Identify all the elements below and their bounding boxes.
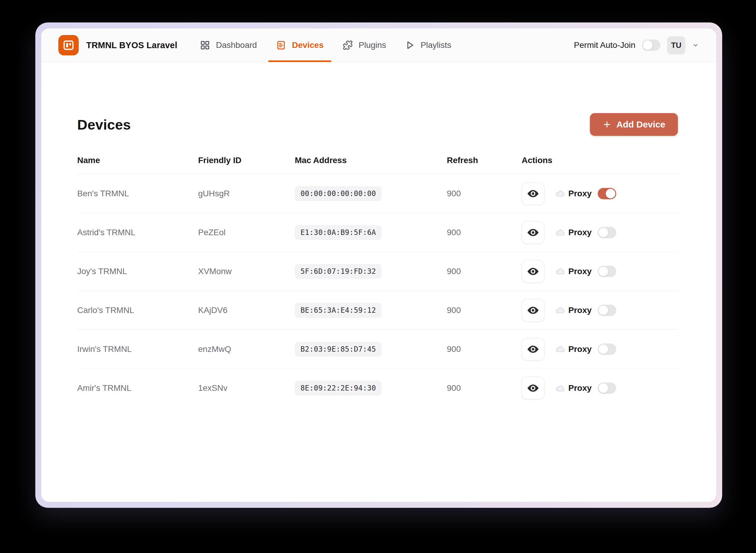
- eye-icon: [527, 382, 539, 394]
- device-refresh: 900: [447, 306, 522, 315]
- nav-item-plugins[interactable]: Plugins: [343, 28, 386, 62]
- table-row: Astrid's TRMNL PeZEol E1:30:0A:B9:5F:6A …: [77, 213, 678, 252]
- proxy-label: Proxy: [569, 344, 592, 354]
- nav-label: Devices: [292, 41, 323, 50]
- proxy-toggle[interactable]: [598, 343, 616, 355]
- eye-icon: [527, 343, 539, 355]
- table-row: Irwin's TRMNL enzMwQ B2:03:9E:85:D7:45 9…: [77, 330, 678, 369]
- plus-icon: [602, 120, 611, 129]
- toggle-knob: [599, 344, 608, 354]
- device-refresh: 900: [447, 228, 522, 237]
- device-name: Irwin's TRMNL: [77, 344, 198, 354]
- view-device-button[interactable]: [522, 338, 544, 361]
- app-logo: [58, 35, 79, 55]
- proxy-toggle[interactable]: [598, 382, 616, 394]
- app-window: TRMNL BYOS Laravel Dashboard: [41, 28, 716, 502]
- table-row: Ben's TRMNL gUHsgR 00:00:00:00:00:00 900: [77, 174, 678, 213]
- proxy-label: Proxy: [569, 383, 592, 393]
- mac-address-pill: B2:03:9E:85:D7:45: [295, 342, 382, 357]
- column-header-refresh: Refresh: [447, 156, 522, 165]
- device-name: Amir's TRMNL: [77, 383, 198, 393]
- chevron-down-icon[interactable]: [692, 42, 699, 49]
- brand-title: TRMNL BYOS Laravel: [86, 41, 177, 50]
- proxy-label: Proxy: [569, 189, 592, 199]
- nav-label: Dashboard: [216, 41, 257, 50]
- plugins-puzzle-icon: [343, 40, 353, 50]
- proxy-toggle[interactable]: [598, 188, 616, 199]
- eye-icon: [527, 304, 539, 316]
- page-title: Devices: [77, 116, 131, 133]
- trmnl-logo-icon: [62, 38, 75, 52]
- view-device-button[interactable]: [522, 182, 544, 205]
- nav-label: Plugins: [359, 41, 386, 50]
- toggle-knob: [643, 41, 653, 50]
- table-header: Name Friendly ID Mac Address Refresh Act…: [77, 156, 678, 174]
- nav-label: Playlists: [421, 41, 451, 50]
- device-refresh: 900: [447, 344, 522, 354]
- proxy-label: Proxy: [569, 228, 592, 237]
- user-avatar[interactable]: TU: [667, 36, 685, 55]
- cloud-icon: [555, 305, 565, 315]
- mac-address-pill: BE:65:3A:E4:59:12: [295, 303, 382, 318]
- cloud-icon: [555, 227, 565, 237]
- device-table-body: Ben's TRMNL gUHsgR 00:00:00:00:00:00 900: [77, 174, 678, 408]
- active-tab-underline: [268, 61, 331, 62]
- add-device-label: Add Device: [616, 120, 665, 130]
- proxy-label: Proxy: [569, 306, 592, 315]
- column-header-friendly-id: Friendly ID: [198, 156, 295, 165]
- column-header-name: Name: [77, 156, 198, 165]
- view-device-button[interactable]: [522, 299, 544, 322]
- cloud-icon: [555, 188, 565, 199]
- mac-address-pill: 5F:6D:07:19:FD:32: [295, 264, 382, 279]
- view-device-button[interactable]: [522, 221, 544, 244]
- top-right-controls: Permit Auto-Join TU: [574, 36, 699, 55]
- proxy-toggle[interactable]: [598, 305, 616, 316]
- permit-auto-join-label: Permit Auto-Join: [574, 41, 635, 50]
- toggle-knob: [599, 266, 608, 276]
- eye-icon: [527, 227, 539, 238]
- eye-icon: [527, 187, 539, 200]
- proxy-label: Proxy: [569, 266, 592, 276]
- toggle-knob: [599, 228, 608, 237]
- view-device-button[interactable]: [522, 377, 544, 399]
- playlists-play-icon: [405, 41, 415, 50]
- add-device-button[interactable]: Add Device: [590, 113, 678, 136]
- table-row: Joy's TRMNL XVMonw 5F:6D:07:19:FD:32 900: [77, 252, 678, 291]
- window-frame: TRMNL BYOS Laravel Dashboard: [35, 22, 722, 508]
- table-row: Carlo's TRMNL KAjDV6 BE:65:3A:E4:59:12 9…: [77, 291, 678, 330]
- device-refresh: 900: [447, 189, 522, 199]
- column-header-mac-address: Mac Address: [295, 156, 447, 165]
- nav-item-devices[interactable]: Devices: [276, 28, 323, 62]
- nav-item-dashboard[interactable]: Dashboard: [200, 28, 257, 62]
- proxy-toggle[interactable]: [598, 266, 616, 277]
- mac-address-pill: E1:30:0A:B9:5F:6A: [295, 225, 382, 240]
- mac-address-pill: 8E:09:22:2E:94:30: [295, 381, 382, 396]
- devices-icon: [276, 40, 286, 50]
- main-content: Devices Add Device Name Friendly ID Mac …: [41, 62, 716, 502]
- page-head: Devices Add Device: [77, 113, 678, 136]
- main-nav: Dashboard Devices Plugin: [200, 28, 451, 62]
- column-header-actions: Actions: [522, 156, 678, 165]
- toggle-knob: [599, 383, 608, 393]
- device-friendly-id: PeZEol: [198, 228, 295, 237]
- nav-item-playlists[interactable]: Playlists: [405, 28, 451, 62]
- device-friendly-id: 1exSNv: [198, 383, 295, 393]
- mac-address-pill: 00:00:00:00:00:00: [295, 186, 382, 201]
- device-refresh: 900: [447, 383, 522, 393]
- device-name: Carlo's TRMNL: [77, 306, 198, 315]
- device-friendly-id: gUHsgR: [198, 189, 295, 199]
- top-bar: TRMNL BYOS Laravel Dashboard: [41, 28, 716, 62]
- device-name: Astrid's TRMNL: [77, 228, 198, 237]
- table-row: Amir's TRMNL 1exSNv 8E:09:22:2E:94:30 90…: [77, 369, 678, 408]
- eye-icon: [527, 265, 539, 278]
- view-device-button[interactable]: [522, 260, 544, 283]
- cloud-icon: [555, 383, 565, 393]
- proxy-toggle[interactable]: [598, 227, 616, 238]
- device-refresh: 900: [447, 266, 522, 276]
- dashboard-grid-icon: [200, 40, 210, 50]
- toggle-knob: [606, 189, 615, 199]
- permit-auto-join-toggle[interactable]: [642, 40, 661, 51]
- toggle-knob: [599, 306, 608, 315]
- device-friendly-id: XVMonw: [198, 266, 295, 276]
- cloud-icon: [555, 344, 565, 354]
